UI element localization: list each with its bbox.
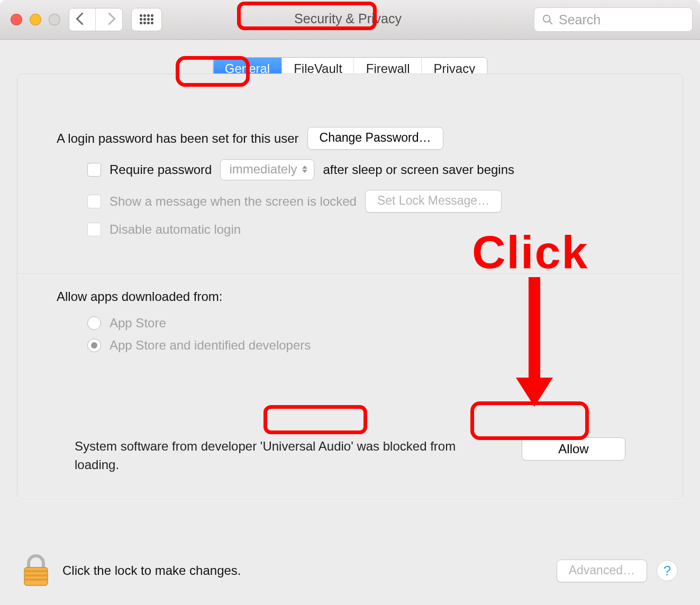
allow-apps-heading: Allow apps downloaded from: xyxy=(57,289,223,304)
radio-identified-developers xyxy=(87,338,101,352)
advanced-button: Advanced… xyxy=(557,560,647,582)
lock-icon[interactable] xyxy=(22,554,50,588)
disable-auto-login-checkbox xyxy=(87,223,101,236)
titlebar: Security & Privacy Search xyxy=(0,0,700,40)
minimize-window-button[interactable] xyxy=(30,14,41,25)
svg-rect-4 xyxy=(24,574,48,576)
blocked-prefix: System software from developer xyxy=(75,439,260,453)
set-lock-message-button: Set Lock Message… xyxy=(365,190,502,213)
window-controls xyxy=(11,14,60,25)
blocked-software-text: System software from developer 'Universa… xyxy=(75,437,461,474)
blocked-developer: 'Universal Audio' xyxy=(260,439,353,453)
show-lock-message-label: Show a message when the screen is locked xyxy=(110,194,357,209)
search-icon xyxy=(542,14,553,25)
content-area: General FileVault Firewall Privacy A log… xyxy=(0,40,700,605)
show-all-prefs-button[interactable] xyxy=(131,8,162,31)
zoom-window-button xyxy=(49,14,60,25)
login-password-set-text: A login password has been set for this u… xyxy=(57,131,299,146)
search-input[interactable]: Search xyxy=(534,7,693,32)
close-window-button[interactable] xyxy=(11,14,22,25)
require-password-label: Require password xyxy=(110,162,212,177)
grid-icon xyxy=(139,14,154,25)
svg-rect-3 xyxy=(24,570,48,572)
nav-back-forward xyxy=(69,8,123,31)
radio-app-store xyxy=(87,316,101,330)
help-button[interactable]: ? xyxy=(657,560,678,581)
svg-line-1 xyxy=(549,21,552,24)
lock-hint-text: Click the lock to make changes. xyxy=(62,563,241,578)
general-panel: A login password has been set for this u… xyxy=(17,74,683,500)
chevron-left-icon xyxy=(78,14,87,25)
require-password-checkbox[interactable] xyxy=(87,163,101,177)
chevron-updown-icon xyxy=(302,166,307,173)
disable-auto-login-label: Disable automatic login xyxy=(110,222,241,237)
require-password-delay-select[interactable]: immediately xyxy=(220,159,314,180)
chevron-right-icon xyxy=(105,14,114,25)
select-value: immediately xyxy=(229,162,297,177)
search-placeholder: Search xyxy=(559,12,601,28)
radio-app-store-label: App Store xyxy=(110,316,166,331)
svg-rect-5 xyxy=(24,579,48,581)
change-password-button[interactable]: Change Password… xyxy=(307,127,443,150)
help-icon: ? xyxy=(663,563,671,579)
section-divider xyxy=(17,274,683,274)
forward-button xyxy=(96,8,122,31)
require-password-suffix: after sleep or screen saver begins xyxy=(323,162,514,177)
window-title: Security & Privacy xyxy=(276,8,420,32)
footer-bar: Click the lock to make changes. Advanced… xyxy=(0,536,700,605)
allow-button[interactable]: Allow xyxy=(522,437,625,461)
back-button[interactable] xyxy=(69,8,96,31)
show-lock-message-checkbox xyxy=(87,195,101,208)
system-preferences-window: Security & Privacy Search General FileVa… xyxy=(0,0,700,605)
radio-identified-developers-label: App Store and identified developers xyxy=(110,338,311,353)
